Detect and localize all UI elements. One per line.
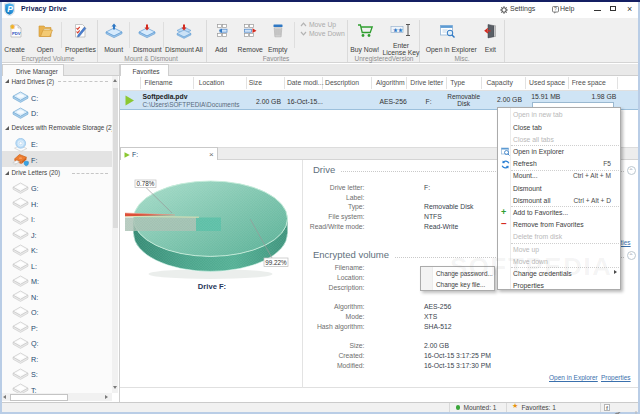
svg-text:★★: ★★ [393,27,403,33]
svg-text:?: ? [554,6,557,12]
svg-text:❋: ❋ [10,24,15,30]
svg-text:0.78%: 0.78% [137,180,155,187]
svg-text:P: P [7,4,13,14]
svg-text:PDV: PDV [12,31,21,36]
svg-text:Drive F:: Drive F: [198,282,226,291]
